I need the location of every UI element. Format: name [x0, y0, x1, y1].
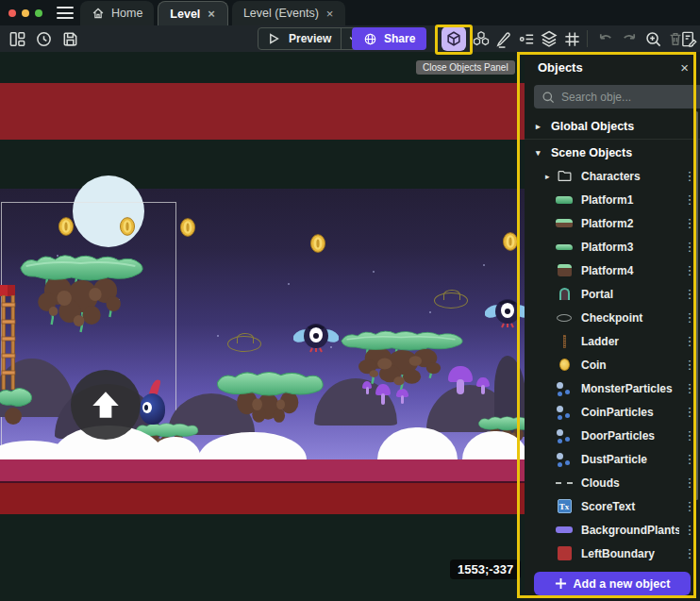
coin-sprite[interactable] [310, 234, 325, 253]
ufo-sketch-sprite [434, 292, 468, 309]
redo-icon[interactable] [617, 27, 640, 50]
cursor-coordinates-badge: 1553;-337 [450, 559, 521, 579]
dashed-line-icon [555, 476, 574, 491]
object-row-characters[interactable]: ▸ Characters ⋮ [525, 164, 700, 188]
object-row-platform4[interactable]: Platform4⋮ [525, 259, 700, 282]
object-row-leftboundary[interactable]: LeftBoundary⋮ [525, 542, 700, 565]
object-groups-icon[interactable] [470, 27, 492, 50]
undo-icon[interactable] [594, 27, 617, 50]
platform-island-sprite[interactable] [17, 249, 144, 343]
search-icon [542, 91, 555, 104]
close-icon[interactable]: × [680, 59, 689, 75]
group-label: Global Objects [551, 120, 634, 133]
object-row-scoretext[interactable]: TxScoreText⋮ [525, 494, 700, 518]
toolbar-separator [587, 30, 588, 47]
object-row-clouds[interactable]: Clouds⋮ [525, 471, 700, 494]
window-zoom-button[interactable] [35, 9, 42, 17]
panel-scrollbar[interactable] [695, 111, 698, 500]
objects-panel: Objects × ▸ Global Objects ▾ Scene Objec… [525, 52, 700, 601]
play-icon[interactable] [262, 27, 285, 50]
tab-close-icon[interactable]: × [325, 7, 335, 21]
window-tab-bar: Home Level × Level (Events) × [0, 0, 700, 25]
coin-sprite[interactable] [503, 232, 518, 251]
flying-monster-sprite[interactable] [485, 295, 530, 331]
platform-sprite[interactable] [215, 366, 325, 425]
particles-icon [555, 452, 574, 467]
search-input[interactable] [561, 91, 700, 104]
object-row-backgroundplants[interactable]: BackgroundPlants⋮ [525, 518, 700, 542]
up-arrow-icon [89, 388, 123, 422]
tab-label: Home [111, 7, 142, 20]
instances-list-icon[interactable] [515, 27, 538, 50]
plus-icon [555, 577, 567, 590]
group-scene-objects[interactable]: ▾ Scene Objects [525, 141, 700, 164]
object-row-ladder[interactable]: Ladder⋮ [525, 329, 700, 353]
particles-icon [555, 428, 574, 443]
coin-sprite[interactable] [180, 218, 195, 237]
tab-home[interactable]: Home [80, 1, 154, 25]
grid-icon[interactable] [560, 27, 583, 50]
particles-icon [555, 381, 574, 396]
object-row-platform3[interactable]: Platform3⋮ [525, 235, 700, 259]
object-row-coin[interactable]: Coin⋮ [525, 353, 700, 376]
window-minimize-button[interactable] [22, 9, 29, 17]
zoom-in-icon[interactable] [642, 27, 664, 50]
project-manager-icon[interactable] [6, 27, 28, 50]
mushroom-sprite [476, 377, 490, 394]
text-object-icon: Tx [555, 499, 574, 514]
chevron-right-icon[interactable]: ▸ [536, 122, 543, 131]
ladder-sprite[interactable] [1, 295, 16, 390]
platform-icon [555, 216, 574, 231]
coin-sprite[interactable] [58, 217, 74, 236]
tab-level-events[interactable]: Level (Events) × [232, 1, 346, 25]
search-box[interactable] [534, 85, 700, 109]
object-row-dustparticle[interactable]: DustParticle⋮ [525, 447, 700, 471]
tab-label: Level (Events) [243, 7, 319, 20]
platform-icon [555, 192, 574, 208]
editor-toolbar: Preview Share [0, 25, 700, 52]
up-arrow-touch-button-sprite[interactable] [71, 370, 141, 440]
add-new-object-button[interactable]: Add a new object [534, 572, 691, 595]
flying-monster-sprite[interactable] [293, 320, 339, 356]
objects-panel-toggle-button[interactable] [442, 26, 466, 51]
objects-cube-icon [445, 30, 462, 47]
platform-icon [555, 240, 574, 255]
object-row-monsterparticles[interactable]: MonsterParticles⋮ [525, 376, 700, 400]
chevron-down-icon[interactable]: ▾ [536, 148, 543, 158]
object-row-platform2[interactable]: Platform2⋮ [525, 211, 700, 235]
object-row-coinparticles[interactable]: CoinParticles⋮ [525, 400, 700, 424]
layers-icon[interactable] [538, 27, 560, 50]
group-label: Scene Objects [551, 146, 632, 159]
coin-sprite[interactable] [120, 217, 135, 236]
pencil-edit-icon[interactable] [492, 27, 515, 50]
coin-icon [555, 358, 574, 373]
ladder-icon [555, 334, 574, 349]
object-row-portal[interactable]: Portal⋮ [525, 282, 700, 306]
scene-properties-icon[interactable] [677, 27, 700, 50]
share-button[interactable]: Share [352, 27, 426, 50]
chevron-right-icon[interactable]: ▸ [545, 172, 553, 181]
object-row-doorparticles[interactable]: DoorParticles⋮ [525, 424, 700, 447]
tab-close-icon[interactable]: × [207, 7, 216, 21]
group-global-objects[interactable]: ▸ Global Objects [525, 114, 700, 138]
kebab-menu-icon[interactable]: ⋮ [679, 523, 700, 537]
kebab-menu-icon[interactable]: ⋮ [679, 546, 700, 560]
tab-label: Level [170, 8, 200, 21]
portal-icon [555, 287, 574, 302]
preview-button[interactable]: Preview [285, 32, 341, 45]
particles-icon [555, 405, 574, 420]
objects-panel-title: Objects [538, 60, 583, 75]
kebab-menu-icon[interactable]: ⋮ [679, 499, 700, 513]
window-close-button[interactable] [8, 9, 16, 17]
object-row-platform1[interactable]: Platform1⋮ [525, 188, 700, 211]
save-icon[interactable] [58, 27, 81, 50]
add-button-label: Add a new object [574, 577, 671, 591]
preview-button-group: Preview [258, 27, 365, 50]
platform-island-sprite[interactable] [338, 326, 464, 398]
checkpoint-icon [555, 310, 574, 326]
menu-hamburger-icon[interactable] [57, 7, 74, 19]
history-icon[interactable] [32, 27, 55, 50]
object-row-checkpoint[interactable]: Checkpoint⋮ [525, 306, 700, 329]
platform-icon [555, 263, 574, 278]
tab-level[interactable]: Level × [158, 1, 228, 25]
